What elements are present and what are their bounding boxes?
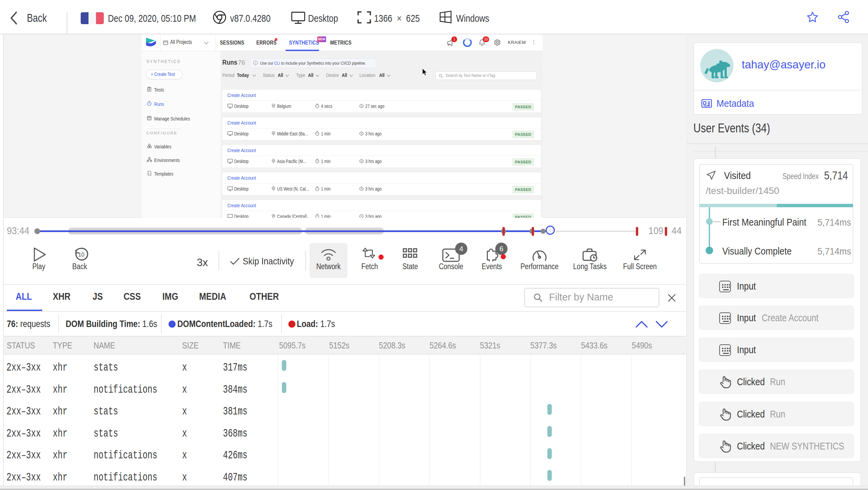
svg-text:10: 10 [78, 251, 84, 258]
